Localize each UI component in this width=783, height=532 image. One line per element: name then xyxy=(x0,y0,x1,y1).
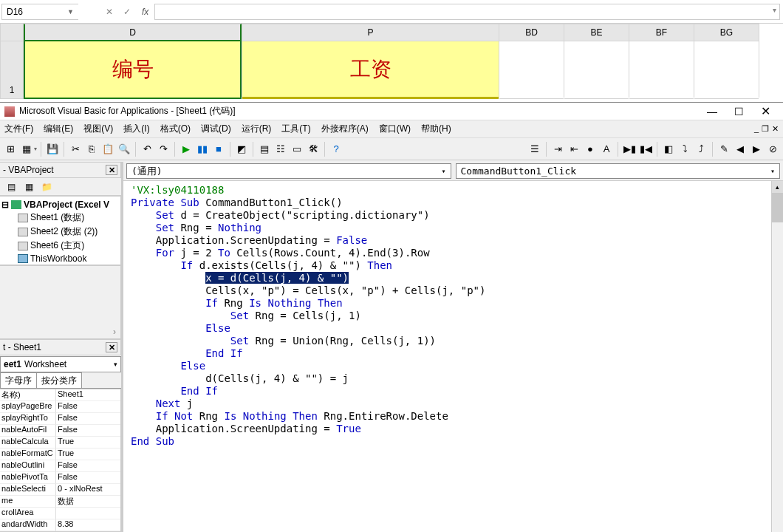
redo-icon[interactable]: ↷ xyxy=(156,142,171,157)
properties-icon[interactable]: ☷ xyxy=(273,142,288,157)
properties-pane-header[interactable]: t - Sheet1 ✕ xyxy=(0,339,121,355)
menu-window[interactable]: 窗口(W) xyxy=(379,123,411,135)
menu-view[interactable]: 视图(V) xyxy=(83,123,113,135)
step-into-icon[interactable]: ⤵ xyxy=(677,142,692,157)
project-pane-close-icon[interactable]: ✕ xyxy=(106,165,117,175)
insert-module-icon[interactable]: ▦ xyxy=(19,142,34,157)
col-header-bf[interactable]: BF xyxy=(629,24,694,41)
formula-accept-icon[interactable]: ✓ xyxy=(118,7,136,17)
property-value[interactable]: False xyxy=(56,401,120,413)
view-code-icon[interactable]: ▤ xyxy=(4,181,18,193)
step-over-icon[interactable]: ⤴ xyxy=(694,142,708,157)
next-icon[interactable]: ▶ xyxy=(749,142,764,157)
property-value[interactable]: True xyxy=(56,449,120,460)
scroll-up-icon[interactable]: ▴ xyxy=(772,181,783,193)
cell-bg1[interactable] xyxy=(694,41,759,99)
col-header-be[interactable]: BE xyxy=(564,24,629,41)
mdi-close-icon[interactable]: ✕ xyxy=(772,124,779,134)
properties-grid[interactable]: 名称)Sheet1splayPageBreFalsesplayRightToFa… xyxy=(0,389,121,532)
tab-alphabetic[interactable]: 字母序 xyxy=(0,372,37,388)
menu-file[interactable]: 文件(F) xyxy=(4,123,33,135)
tab-categorized[interactable]: 按分类序 xyxy=(36,372,82,388)
edit-tool-icon[interactable]: ✎ xyxy=(717,142,731,157)
menu-edit[interactable]: 编辑(E) xyxy=(44,123,73,135)
property-row[interactable]: nableAutoFilFalse xyxy=(0,425,120,437)
save-icon[interactable]: 💾 xyxy=(45,142,60,157)
view-object-icon[interactable]: ▦ xyxy=(22,181,35,193)
prev-icon[interactable]: ◀ xyxy=(733,142,748,157)
object-browser-icon[interactable]: ▭ xyxy=(290,142,304,157)
toggle-icon[interactable]: ◧ xyxy=(661,142,676,157)
run-icon[interactable]: ▶ xyxy=(179,142,194,157)
view-excel-icon[interactable]: ⊞ xyxy=(3,142,18,157)
indent-icon[interactable]: ⇥ xyxy=(550,142,565,157)
cell-be1[interactable] xyxy=(564,41,629,99)
chevron-down-icon[interactable]: ▾ xyxy=(441,167,445,175)
object-dropdown[interactable]: (通用) ▾ xyxy=(126,163,451,179)
cut-icon[interactable]: ✂ xyxy=(68,142,83,157)
close-button[interactable]: ✕ xyxy=(752,103,779,120)
fx-label[interactable]: fx xyxy=(142,7,148,17)
copy-icon[interactable]: ⎘ xyxy=(84,142,99,157)
name-box-dropdown-icon[interactable]: ▼ xyxy=(67,8,74,16)
property-value[interactable]: 0 - xlNoRest xyxy=(56,484,120,496)
property-row[interactable]: nableSelecti0 - xlNoRest xyxy=(0,484,120,496)
col-header-bd[interactable]: BD xyxy=(499,24,564,41)
vba-titlebar[interactable]: Microsoft Visual Basic for Applications … xyxy=(0,103,783,120)
col-header-d[interactable]: D xyxy=(24,24,242,41)
formula-bar-input[interactable] xyxy=(154,4,780,20)
menu-insert[interactable]: 插入(I) xyxy=(123,123,149,135)
col-header-bg[interactable]: BG xyxy=(694,24,759,41)
outdent-icon[interactable]: ⇤ xyxy=(567,142,581,157)
minimize-button[interactable]: — xyxy=(699,103,725,120)
design-mode-icon[interactable]: ◩ xyxy=(234,142,249,157)
cell-d1[interactable]: 编号 xyxy=(24,41,242,99)
find-icon[interactable]: 🔍 xyxy=(117,142,131,157)
property-value[interactable]: 8.38 xyxy=(56,519,120,531)
stop-icon[interactable]: ■ xyxy=(211,142,226,157)
project-pane-header[interactable]: - VBAProject ✕ xyxy=(0,162,121,178)
paste-icon[interactable]: 📋 xyxy=(100,142,115,157)
tree-root[interactable]: VBAProject (Excel V xyxy=(24,200,109,210)
property-row[interactable]: me数据 xyxy=(0,496,120,508)
bookmark-icon[interactable]: ▶▮ xyxy=(622,142,637,157)
menu-help[interactable]: 帮助(H) xyxy=(421,123,451,135)
property-row[interactable]: nableOutliniFalse xyxy=(0,460,120,472)
property-value[interactable]: False xyxy=(56,413,120,425)
property-row[interactable]: nableFormatCTrue xyxy=(0,449,120,460)
row-header-1[interactable]: 1 xyxy=(0,41,24,99)
list-properties-icon[interactable]: ☰ xyxy=(527,142,542,157)
clear-icon[interactable]: ⊘ xyxy=(765,142,780,157)
property-value[interactable]: False xyxy=(56,472,120,484)
pause-icon[interactable]: ▮▮ xyxy=(195,142,210,157)
menu-run[interactable]: 运行(R) xyxy=(242,123,272,135)
project-explorer-icon[interactable]: ▤ xyxy=(257,142,272,157)
procedure-dropdown[interactable]: CommandButton1_Click ▾ xyxy=(456,163,781,179)
property-row[interactable]: 名称)Sheet1 xyxy=(0,389,120,401)
property-row[interactable]: andardWidth8.38 xyxy=(0,519,120,531)
tree-sheet2[interactable]: Sheet2 (数据 (2)) xyxy=(30,225,98,238)
menu-debug[interactable]: 调试(D) xyxy=(201,123,231,135)
maximize-button[interactable]: ☐ xyxy=(725,103,752,120)
property-value[interactable]: False xyxy=(56,425,120,437)
cell-p1[interactable]: 工资 xyxy=(242,41,499,99)
property-value[interactable]: Sheet1 xyxy=(56,389,120,401)
next-bookmark-icon[interactable]: ▮◀ xyxy=(638,142,653,157)
tree-sheet6[interactable]: Sheet6 (主页) xyxy=(30,239,84,252)
mdi-minimize-icon[interactable]: _ xyxy=(754,124,759,134)
menu-format[interactable]: 格式(O) xyxy=(160,123,191,135)
property-row[interactable]: crollArea xyxy=(0,508,120,519)
tree-sheet1[interactable]: Sheet1 (数据) xyxy=(30,211,84,224)
cell-bd1[interactable] xyxy=(499,41,564,99)
vertical-scrollbar[interactable]: ▴ xyxy=(771,181,783,532)
property-value[interactable]: True xyxy=(56,437,120,449)
breakpoint-icon[interactable]: ● xyxy=(583,142,598,157)
cell-bf1[interactable] xyxy=(629,41,694,99)
select-all-corner[interactable] xyxy=(0,24,24,41)
formula-cancel-icon[interactable]: ✕ xyxy=(100,7,118,17)
chevron-down-icon[interactable]: ▾ xyxy=(770,167,775,175)
tree-thisworkbook[interactable]: ThisWorkbook xyxy=(30,253,86,264)
toggle-folders-icon[interactable]: 📁 xyxy=(40,181,53,193)
code-editor[interactable]: 'VX:lsy04110188 Private Sub CommandButto… xyxy=(123,181,783,532)
property-value[interactable]: False xyxy=(56,460,120,472)
